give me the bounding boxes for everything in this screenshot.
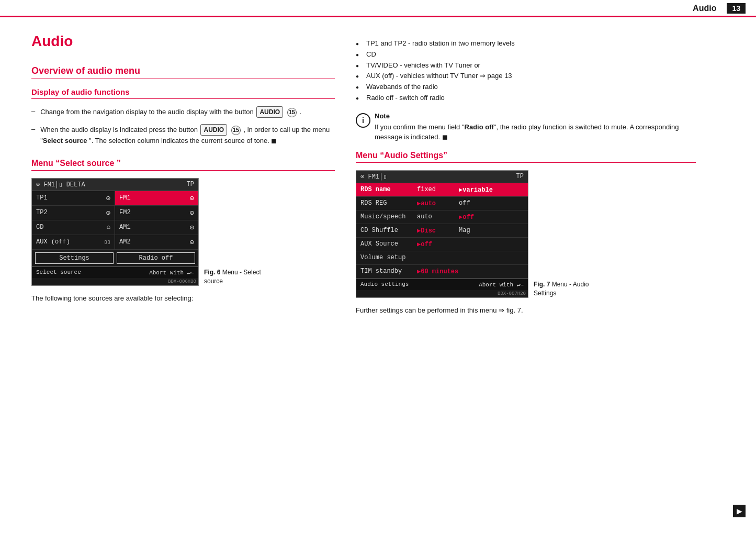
aux-icon: ▯▯ — [104, 239, 110, 245]
rds-reg-val2: off — [456, 197, 528, 209]
menu-select-source-section: Menu “Select source ” ⊙ FM1│▯ DELTA TP T… — [31, 159, 335, 304]
bottom-abort: Abort with ↵⌙ — [149, 269, 194, 276]
fm1-icon: ⊙ — [190, 194, 194, 203]
circle-15-1: 15 — [287, 108, 297, 117]
left-column: Audio Overview of audio menu Display of … — [31, 33, 335, 315]
music-speech-label: Music/speech — [356, 211, 414, 223]
bdx-label-7: BDX-007H20 — [356, 290, 528, 297]
audio-menu-header-right: TP — [516, 173, 524, 181]
audio-button-2: AUDIO — [200, 124, 227, 136]
aux-source-row: AUX Source ▶off — [356, 238, 528, 251]
settings-btn: Settings — [35, 252, 114, 264]
am2-label: AM2 — [119, 238, 131, 246]
fig6-caption: Fig. 6 Menu - Select source — [204, 268, 272, 286]
fig7-label: Fig. 7 — [534, 281, 550, 288]
bullet-item-2: CD — [356, 49, 696, 60]
tp2-icon: ⊙ — [106, 208, 110, 217]
fm2-label: FM2 — [119, 209, 131, 216]
menu-header: ⊙ FM1│▯ DELTA TP — [32, 179, 198, 191]
cd-shuffle-label: CD Shuffle — [356, 225, 414, 236]
tim-standby-val2 — [456, 269, 528, 273]
bullet-list: TP1 and TP2 - radio station in two memor… — [356, 38, 696, 104]
below-menu-text: The following tone sources are available… — [31, 293, 335, 304]
note-box: i Note If you confirm the menu field "Ra… — [356, 112, 696, 142]
rds-name-row: RDS name fixed ▶variable — [356, 183, 528, 197]
bullet-item-6: Radio off - switch off radio — [356, 93, 696, 104]
dash1-text-before: Change from the navigation display to th… — [40, 108, 255, 116]
audio-menu-bottom: Audio settings Abort with ↵⌙ — [356, 279, 528, 290]
audio-bottom-abort: Abort with ↵⌙ — [479, 281, 524, 288]
volume-setup-row: Volume setup — [356, 251, 528, 265]
tim-standby-row: TIM standby ▶60 minutes — [356, 265, 528, 279]
rds-reg-label: RDS REG — [356, 197, 414, 209]
dash-item-2: – When the audio display is indicated pr… — [31, 124, 335, 146]
dash-item-1: – Change from the navigation display to … — [31, 106, 335, 118]
audio-settings-menu: ⊙ FM1│▯ TP RDS name fixed ▶variable RDS … — [356, 170, 528, 298]
page-title: Audio — [31, 33, 335, 50]
fig6-container: ⊙ FM1│▯ DELTA TP TP1 ⊙ FM1 ⊙ — [31, 178, 335, 286]
menu-cell-aux: AUX (off) ▯▯ — [32, 235, 115, 250]
overview-heading: Overview of audio menu — [31, 65, 335, 79]
bullet-item-3: TV/VIDEO - vehicles with TV Tuner or — [356, 60, 696, 71]
tim-standby-val1: ▶60 minutes — [414, 265, 456, 277]
bottom-select-source: Select source — [36, 269, 81, 276]
note-title: Note — [375, 112, 696, 120]
menu-bottom: Select source Abort with ↵⌙ — [32, 266, 198, 278]
settings-radiooff-row: Settings Radio off — [32, 250, 198, 266]
am2-icon: ⊙ — [190, 238, 194, 247]
cd-icon: ⌂ — [107, 224, 110, 231]
fm1-label: FM1 — [119, 194, 131, 202]
am1-label: AM1 — [119, 224, 131, 231]
music-speech-row: Music/speech auto ▶off — [356, 210, 528, 224]
bdx-label: BDX-006H20 — [32, 278, 198, 285]
volume-setup-val1 — [414, 256, 456, 260]
audio-button-1: AUDIO — [256, 106, 283, 118]
volume-setup-label: Volume setup — [356, 252, 414, 263]
menu-cell-tp1: TP1 ⊙ — [32, 191, 115, 206]
tim-standby-label: TIM standby — [356, 265, 414, 277]
cd-shuffle-row: CD Shuffle ▶Disc Mag — [356, 224, 528, 238]
aux-source-val2 — [456, 242, 528, 246]
menu-header-left: ⊙ FM1│▯ DELTA — [36, 181, 85, 188]
cd-shuffle-val1: ▶Disc — [414, 225, 456, 237]
page-header: Audio 13 — [0, 0, 756, 17]
page-number: 13 — [727, 3, 746, 14]
note-content-area: Note If you confirm the menu field "Radi… — [375, 112, 696, 142]
menu-cell-fm2: FM2 ⊙ — [115, 206, 198, 220]
menu-header-right: TP — [187, 181, 194, 188]
menu-cell-tp2: TP2 ⊙ — [32, 206, 115, 220]
fig7-container: ⊙ FM1│▯ TP RDS name fixed ▶variable RDS … — [356, 170, 696, 298]
tp2-label: TP2 — [36, 209, 48, 216]
cd-shuffle-val2: Mag — [456, 225, 528, 236]
fm2-icon: ⊙ — [190, 208, 194, 217]
tp1-label: TP1 — [36, 194, 48, 202]
rds-name-val2: ▶variable — [456, 184, 528, 196]
audio-bottom-label: Audio settings — [360, 281, 409, 288]
fig6-label: Fig. 6 — [204, 269, 220, 276]
header-title: Audio — [693, 4, 716, 13]
info-icon: i — [356, 113, 370, 128]
rds-name-label: RDS name — [356, 184, 414, 195]
select-source-menu: ⊙ FM1│▯ DELTA TP TP1 ⊙ FM1 ⊙ — [31, 178, 199, 286]
audio-settings-heading: Menu “Audio Settings” — [356, 151, 696, 163]
right-column: TP1 and TP2 - radio station in two memor… — [356, 33, 696, 315]
cd-label: CD — [36, 224, 43, 231]
rds-reg-row: RDS REG ▶auto off — [356, 197, 528, 210]
dash1-text-after: . — [299, 108, 301, 116]
note-text: If you confirm the menu field "Radio off… — [375, 122, 696, 142]
display-functions-heading: Display of audio functions — [31, 87, 335, 99]
bullet-item-1: TP1 and TP2 - radio station in two memor… — [356, 38, 696, 49]
next-page-arrow[interactable]: ▶ — [733, 505, 746, 517]
volume-setup-val2 — [456, 256, 528, 260]
rds-name-val1: fixed — [414, 184, 456, 195]
music-speech-val2: ▶off — [456, 211, 528, 223]
aux-source-val1: ▶off — [414, 238, 456, 250]
aux-source-label: AUX Source — [356, 238, 414, 250]
audio-menu-header: ⊙ FM1│▯ TP — [356, 171, 528, 183]
further-text: Further settings can be performed in thi… — [356, 305, 696, 316]
audio-menu-header-left: ⊙ FM1│▯ — [360, 173, 387, 181]
bullet-item-4: AUX (off) - vehicles without TV Tuner ⇒ … — [356, 71, 696, 82]
menu-cell-am2: AM2 ⊙ — [115, 235, 198, 250]
rds-reg-val1: ▶auto — [414, 197, 456, 209]
music-speech-val1: auto — [414, 211, 456, 223]
